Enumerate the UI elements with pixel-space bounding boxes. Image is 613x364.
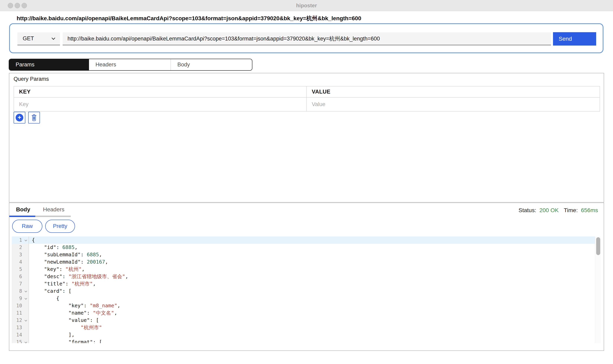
add-param-button[interactable]: + (14, 112, 25, 123)
method-value: GET (23, 35, 34, 42)
line-number: 12 (12, 317, 29, 324)
line-number: 5 (12, 266, 29, 273)
fold-chevron-icon[interactable] (25, 239, 27, 241)
param-key-input[interactable] (14, 98, 307, 111)
line-number: 14 (12, 331, 29, 338)
code-line: 3 "subLemmaId": 6885, (12, 251, 601, 258)
response-tab-body[interactable]: Body (9, 203, 35, 217)
line-number: 1 (12, 236, 29, 244)
code-line-text: "id": 6885, (29, 244, 601, 251)
code-line-text: "name": "中文名", (29, 309, 601, 317)
trash-icon (31, 114, 37, 121)
query-params-table: KEY VALUE (14, 86, 600, 112)
code-line-text: "杭州市" (29, 324, 601, 331)
app-window: hiposter http://baike.baidu.com/api/open… (0, 0, 613, 364)
param-row-actions: + (14, 112, 40, 123)
code-line-text: "desc": "浙江省辖地级市、省会", (29, 273, 601, 280)
body-view-switch: Raw Pretty (12, 220, 75, 233)
fold-chevron-icon[interactable] (25, 341, 27, 343)
request-tabs: Params Headers Body (9, 59, 252, 71)
code-line-text: "subLemmaId": 6885, (29, 251, 601, 258)
fold-chevron-icon[interactable] (25, 319, 27, 322)
code-line-text: "key": "杭州", (29, 266, 601, 273)
fold-chevron-icon[interactable] (25, 297, 27, 300)
table-row (14, 98, 600, 111)
code-line-text: "card": [ (29, 287, 601, 295)
code-line-text: "newLemmaId": 200167, (29, 258, 601, 266)
chevron-down-icon (52, 36, 55, 40)
response-status-line: Status: 200 OK Time: 656ms (518, 207, 598, 214)
scrollbar-thumb[interactable] (596, 237, 600, 255)
raw-button[interactable]: Raw (12, 220, 42, 233)
request-bar: GET Send (9, 23, 603, 53)
code-line-text: "title": "杭州市", (29, 280, 601, 287)
time-label: Time: (564, 207, 578, 213)
tab-body[interactable]: Body (170, 59, 252, 70)
response-tabs: Body Headers (9, 203, 71, 217)
window-title: hiposter (0, 0, 613, 11)
query-params-title: Query Params (14, 76, 49, 82)
status-label: Status: (518, 207, 536, 213)
code-line-text: { (29, 236, 601, 244)
url-input[interactable] (63, 32, 551, 45)
line-number: 13 (12, 324, 29, 331)
code-line: 15 "format": [ (12, 338, 601, 343)
plus-circle-icon: + (16, 114, 23, 121)
fold-chevron-icon[interactable] (25, 290, 27, 292)
line-number: 10 (12, 302, 29, 309)
code-line: 2 "id": 6885, (12, 244, 601, 251)
code-line: 11 "name": "中文名", (12, 309, 601, 317)
code-line: 13 "杭州市" (12, 324, 601, 331)
column-header-key: KEY (14, 86, 307, 97)
method-select[interactable]: GET (17, 32, 60, 45)
time-value: 656ms (581, 207, 598, 213)
line-number: 7 (12, 280, 29, 287)
response-body-code[interactable]: 1{2 "id": 6885,3 "subLemmaId": 6885,4 "n… (12, 236, 601, 343)
code-line: 5 "key": "杭州", (12, 266, 601, 273)
line-number: 15 (12, 338, 29, 343)
delete-param-button[interactable] (28, 112, 40, 123)
pretty-button[interactable]: Pretty (45, 220, 75, 233)
code-line-text: "format": [ (29, 338, 601, 343)
line-number: 6 (12, 273, 29, 280)
code-line-text: { (29, 295, 601, 302)
line-number: 2 (12, 244, 29, 251)
code-line: 9 { (12, 295, 601, 302)
table-header-row: KEY VALUE (14, 86, 600, 98)
code-lines: 1{2 "id": 6885,3 "subLemmaId": 6885,4 "n… (12, 236, 601, 343)
send-button[interactable]: Send (553, 32, 596, 46)
tab-headers[interactable]: Headers (89, 59, 170, 70)
request-url-heading: http://baike.baidu.com/api/openapi/Baike… (17, 14, 361, 22)
code-line: 4 "newLemmaId": 200167, (12, 258, 601, 266)
code-scrollbar[interactable] (595, 236, 601, 343)
code-line: 12 "value": [ (12, 317, 601, 324)
code-line-text: ], (29, 331, 601, 338)
tab-params[interactable]: Params (9, 59, 89, 70)
column-header-value: VALUE (307, 86, 330, 97)
line-number: 8 (12, 287, 29, 295)
titlebar: hiposter (0, 0, 613, 11)
response-panel: Body Headers Status: 200 OK Time: 656ms … (9, 202, 604, 351)
code-line-text: "key": "m8_name", (29, 302, 601, 309)
line-number: 11 (12, 309, 29, 317)
status-value: 200 OK (539, 207, 559, 213)
code-line-text: "value": [ (29, 317, 601, 324)
code-line: 6 "desc": "浙江省辖地级市、省会", (12, 273, 601, 280)
param-value-input[interactable] (307, 98, 600, 111)
query-params-panel: Query Params KEY VALUE + (9, 73, 604, 202)
line-number: 4 (12, 258, 29, 266)
line-number: 3 (12, 251, 29, 258)
code-line: 14 ], (12, 331, 601, 338)
code-line: 10 "key": "m8_name", (12, 302, 601, 309)
code-line: 7 "title": "杭州市", (12, 280, 601, 287)
response-tab-headers[interactable]: Headers (35, 203, 71, 217)
line-number: 9 (12, 295, 29, 302)
code-line: 8 "card": [ (12, 287, 601, 295)
code-line: 1{ (12, 236, 601, 244)
